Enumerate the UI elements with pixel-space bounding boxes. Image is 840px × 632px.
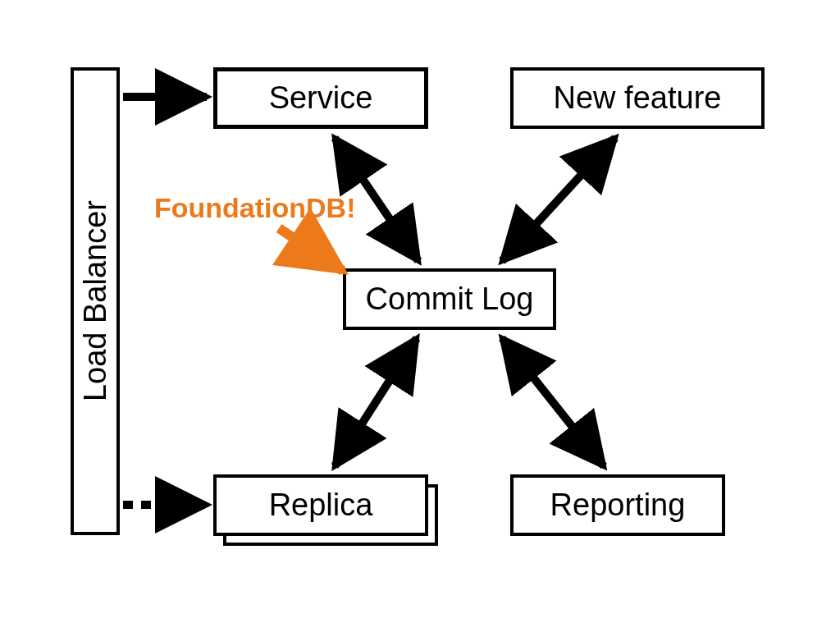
node-commit-log: Commit Log (343, 268, 556, 330)
node-load-balancer: Load Balancer (71, 67, 120, 535)
node-reporting-label: Reporting (550, 488, 686, 523)
edge-reporting-commitlog (502, 338, 604, 466)
callout-foundationdb: FoundationDB! (154, 192, 356, 224)
node-service-label: Service (269, 80, 373, 116)
edge-newfeature-commitlog (502, 138, 615, 261)
edge-callout-arrow (279, 228, 343, 271)
node-replica-label: Replica (269, 488, 373, 523)
node-service: Service (213, 67, 428, 129)
node-load-balancer-label: Load Balancer (78, 200, 113, 401)
node-new-feature-label: New feature (554, 80, 722, 116)
edge-replica-commitlog (335, 338, 417, 466)
node-commit-log-label: Commit Log (366, 282, 534, 317)
node-replica: Replica (213, 474, 428, 536)
diagram-stage: Load Balancer Service New feature Commit… (0, 0, 840, 632)
node-reporting: Reporting (510, 474, 725, 536)
node-new-feature: New feature (510, 67, 765, 129)
